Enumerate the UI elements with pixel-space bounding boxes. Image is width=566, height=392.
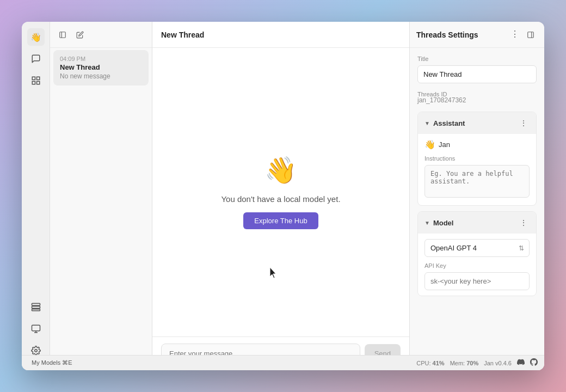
- svg-rect-13: [528, 32, 534, 38]
- assistant-more-icon[interactable]: ⋮: [518, 118, 530, 128]
- assistant-name: Jan: [439, 140, 450, 149]
- discord-icon[interactable]: [517, 358, 525, 367]
- assistant-emoji: 👋: [424, 139, 435, 150]
- svg-rect-7: [32, 325, 40, 331]
- thread-preview: No new message: [60, 72, 142, 80]
- collapse-sidebar-button[interactable]: [56, 28, 70, 42]
- settings-header: Threads Settings ⋮: [410, 22, 544, 48]
- settings-title-label: Title: [417, 56, 537, 62]
- svg-rect-11: [60, 32, 66, 38]
- instructions-label: Instructions: [424, 155, 530, 162]
- sidebar-chat-icon[interactable]: [27, 50, 45, 68]
- model-select[interactable]: OpenAI GPT 4: [424, 239, 530, 257]
- status-bar: My Models ⌘E CPU: 41% Mem: 70% Jan v0.4.…: [22, 355, 544, 370]
- sidebar-wave-icon[interactable]: 👋: [27, 28, 45, 46]
- svg-rect-3: [36, 82, 39, 84]
- svg-rect-1: [36, 77, 39, 79]
- settings-title-input[interactable]: [417, 65, 537, 83]
- model-body: OpenAI GPT 4 ⇅ API Key: [418, 234, 536, 296]
- svg-rect-5: [32, 307, 40, 309]
- threads-panel: 04:09 PM New Thread No new message: [50, 22, 152, 370]
- api-key-input[interactable]: [424, 272, 530, 290]
- assistant-section: ▼ Assistant ⋮ 👋 Jan Instructions: [417, 112, 537, 206]
- thread-name: New Thread: [60, 63, 142, 71]
- assistant-title: Assistant: [433, 119, 465, 127]
- thread-item[interactable]: 04:09 PM New Thread No new message: [53, 50, 149, 85]
- settings-more-icon[interactable]: ⋮: [508, 28, 521, 42]
- settings-threads-id-value: jan_1708247362: [417, 96, 537, 104]
- cpu-status: CPU: 41%: [416, 360, 444, 366]
- model-title: Model: [433, 219, 454, 227]
- model-more-icon[interactable]: ⋮: [518, 217, 530, 228]
- settings-panel: Threads Settings ⋮ Title Threads ID jan_…: [409, 22, 544, 370]
- svg-rect-6: [32, 309, 40, 311]
- assistant-header-left: ▼ Assistant: [424, 119, 465, 127]
- settings-header-icons: ⋮: [508, 28, 538, 42]
- threads-panel-header: [50, 22, 152, 48]
- my-models-button[interactable]: My Models ⌘E: [28, 358, 76, 367]
- new-thread-button[interactable]: [73, 28, 87, 42]
- api-key-label: API Key: [424, 262, 530, 269]
- version-label: Jan v0.4.6: [484, 360, 512, 366]
- instructions-textarea[interactable]: [424, 165, 530, 198]
- status-bar-right: CPU: 41% Mem: 70% Jan v0.4.6: [416, 358, 538, 367]
- thread-time: 04:09 PM: [60, 56, 142, 62]
- main-header: New Thread: [152, 22, 409, 48]
- settings-body: Title Threads ID jan_1708247362 ▼ Assist…: [410, 48, 544, 370]
- model-section-header[interactable]: ▼ Model ⋮: [418, 212, 536, 234]
- main-content: New Thread 👋 You don't have a local mode…: [152, 22, 409, 370]
- sidebar: 👋: [22, 22, 50, 370]
- settings-title: Threads Settings: [416, 30, 478, 39]
- mem-status: Mem: 70%: [450, 360, 479, 366]
- settings-collapse-button[interactable]: [524, 28, 538, 42]
- svg-point-10: [34, 350, 37, 352]
- assistant-name-row: 👋 Jan: [424, 139, 530, 150]
- svg-rect-4: [32, 303, 40, 305]
- chat-area: 👋 You don't have a local model yet. Expl…: [152, 48, 409, 336]
- svg-rect-0: [32, 77, 35, 79]
- github-icon[interactable]: [530, 358, 538, 367]
- chevron-down-icon: ▼: [424, 120, 430, 126]
- model-select-wrapper: OpenAI GPT 4 ⇅: [424, 239, 530, 257]
- model-section: ▼ Model ⋮ OpenAI GPT 4 ⇅ API Key: [417, 211, 537, 296]
- empty-state-text: You don't have a local model yet.: [221, 194, 340, 204]
- svg-rect-2: [32, 82, 35, 84]
- app-window: 👋: [22, 22, 544, 370]
- cursor: [270, 267, 279, 279]
- explore-hub-button[interactable]: Explore The Hub: [243, 212, 318, 229]
- sidebar-grid-icon[interactable]: [27, 72, 45, 89]
- assistant-body: 👋 Jan Instructions: [418, 134, 536, 205]
- sidebar-models-icon[interactable]: [27, 298, 45, 316]
- assistant-section-header[interactable]: ▼ Assistant ⋮: [418, 112, 536, 134]
- chevron-down-icon-2: ▼: [424, 220, 430, 226]
- main-header-title: New Thread: [161, 30, 204, 39]
- sidebar-computer-icon[interactable]: [27, 320, 45, 338]
- model-header-left: ▼ Model: [424, 219, 453, 227]
- empty-state-emoji: 👋: [264, 155, 297, 186]
